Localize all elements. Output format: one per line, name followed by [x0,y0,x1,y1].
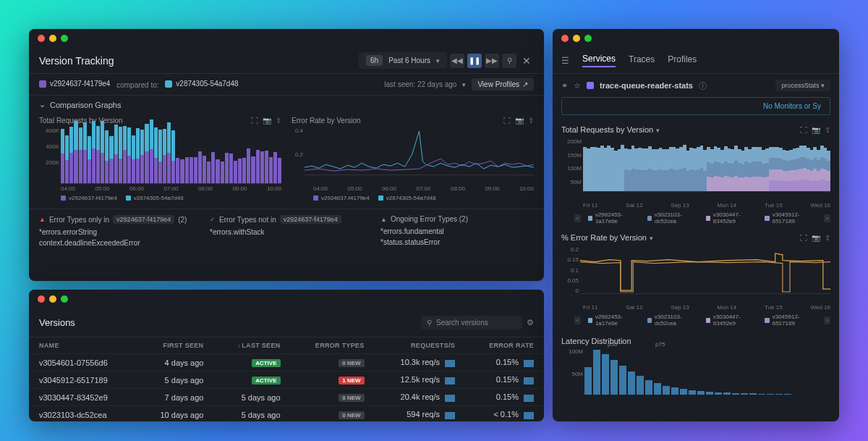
tab-profiles[interactable]: Profiles [668,54,697,67]
minimize-dot[interactable] [49,35,56,42]
y-axis: 100M50M [561,348,583,393]
camera-icon[interactable]: 📷 [515,117,524,125]
col-first-seen[interactable]: FIRST SEEN [137,337,214,354]
table-row[interactable]: v3054601-07556d64 days agoACTIVE0 NEW10.… [29,354,544,371]
last-seen-label: last seen: 22 days ago [384,80,456,88]
maximize-dot[interactable] [584,35,592,42]
alert-triangle-icon: ▲ [380,216,387,223]
chart-title: % Error Rate by Version [561,233,647,242]
rewind-button[interactable]: ◀◀ [450,54,464,68]
latency-histogram[interactable]: 100M50M p50 p75 [561,348,830,402]
line-chart[interactable]: 0.20.150.10.050 [561,246,830,303]
chart-title: Total Requests by Version [561,125,653,134]
link-icon[interactable]: ⚭ [561,81,568,91]
section-comparison-graphs[interactable]: ⌄ Comparison Graphs [29,95,544,114]
close-button[interactable]: ✕ [519,54,534,68]
expand-icon[interactable]: ⛶ [800,126,807,134]
chart-title: Error Rate by Version [292,117,361,125]
star-icon[interactable]: ☆ [574,81,581,91]
version-chip-secondary[interactable]: v2874305-54a7d48 [165,80,238,88]
chart-title: Total Requests by Version [39,117,123,125]
time-label: Past 6 Hours [388,56,430,64]
next-button[interactable]: › [824,214,830,222]
toolbar: 6h Past 6 Hours ▾ ◀◀ ❚❚ ▶▶ ⚲ ✕ [359,52,534,69]
camera-icon[interactable]: 📷 [263,117,271,125]
view-profiles-button[interactable]: View Profiles ↗ [472,78,534,91]
color-swatch [39,80,46,88]
tab-traces[interactable]: Traces [629,54,655,67]
service-name[interactable]: trace-queue-reader-stats [600,81,693,90]
x-axis: 04:0005:0006:0007:0008:0009:0010:00 [292,185,534,192]
info-icon[interactable]: i [699,82,707,90]
prev-button[interactable]: ‹ [574,316,581,324]
table-row[interactable]: v3023103-dc52cea10 days ago5 days ago0 N… [29,406,544,422]
camera-icon[interactable]: 📷 [812,234,820,242]
link-icon: ↗ [522,80,528,88]
col-requests[interactable]: REQUESTS/S [375,337,465,354]
error-types-row: ▲Error Types only in v2924637-f4179e4 (2… [29,209,544,256]
gear-icon[interactable]: ⚙ [527,318,534,327]
minimize-dot[interactable] [573,35,580,42]
camera-icon[interactable]: 📷 [812,126,820,134]
close-dot[interactable] [38,295,45,303]
color-swatch [165,80,172,88]
col-name[interactable]: NAME [29,337,137,354]
page-title: Versions [39,317,75,328]
titlebar [29,290,544,308]
tab-services[interactable]: Services [582,54,616,67]
col-error-types[interactable]: ERROR TYPES [291,337,375,354]
prev-button[interactable]: ‹ [574,214,581,222]
next-button[interactable]: › [824,316,830,324]
close-dot[interactable] [561,35,569,42]
version-chip-primary[interactable]: v2924637-f4179e4 [39,80,110,88]
pause-button[interactable]: ❚❚ [467,54,482,68]
minimize-dot[interactable] [49,295,56,303]
chevron-down-icon[interactable]: ▾ [462,81,466,88]
export-icon[interactable]: ⇪ [528,117,534,125]
col-last-seen[interactable]: ↓LAST SEEN [213,337,290,354]
version-tracking-window: Version Tracking 6h Past 6 Hours ▾ ◀◀ ❚❚… [29,29,544,281]
error-item[interactable]: *errors.errorString [39,228,192,236]
x-axis: Fri 11Sat 12Sep 13Mon 14Tue 15Wed 16 [561,304,830,311]
legend: v2924637-f4179e4v2874305-54a7d48 [292,195,534,201]
error-item[interactable]: context.deadlineExceededError [39,239,192,247]
error-item[interactable]: *status.statusError [380,238,534,246]
monitor-status-bar[interactable]: No Monitors or Sy [561,97,830,115]
time-range-selector[interactable]: 6h Past 6 Hours ▾ [359,52,447,69]
maximize-dot[interactable] [61,295,68,303]
error-col-only-in: ▲Error Types only in v2924637-f4179e4 (2… [39,215,192,250]
export-icon[interactable]: ⇪ [276,117,281,125]
x-axis: Fri 11Sat 12Sep 13Mon 14Tue 15Wed 16 [561,202,830,209]
expand-icon[interactable]: ⛶ [800,234,807,242]
p50-marker: p50 [608,341,617,348]
forward-button[interactable]: ▶▶ [485,54,499,68]
table-row[interactable]: v3030447-83452e97 days ago5 days ago0 NE… [29,389,544,406]
legend: ‹ v2982453-1a17e6ev3023103-dc52ceav30304… [561,211,830,224]
search-placeholder: Search versions [436,319,488,327]
maximize-dot[interactable] [61,35,68,42]
chevron-down-icon[interactable]: ▾ [656,127,660,134]
export-icon[interactable]: ⇪ [825,234,830,242]
search-icon: ⚲ [427,319,432,327]
search-input[interactable]: ⚲ Search versions [421,316,522,329]
export-icon[interactable]: ⇪ [825,126,830,134]
stacked-bar-chart[interactable]: 200M150M100M50M [561,138,830,201]
y-axis: 200M150M100M50M [561,138,582,192]
compare-bar: v2924637-f4179e4 compared to: v2874305-5… [29,73,544,95]
bar-chart[interactable]: 600K400K200K [39,127,281,184]
error-item[interactable]: *errors.fundamental [380,227,534,235]
process-selector[interactable]: processStats ▾ [775,80,830,91]
expand-icon[interactable]: ⛶ [503,117,511,125]
table-row[interactable]: v3045912-65171895 days agoACTIVE1 NEW12.… [29,371,544,389]
search-button[interactable]: ⚲ [502,54,516,68]
titlebar [553,29,839,48]
error-item[interactable]: *errors.withStack [210,228,363,236]
expand-icon[interactable]: ⛶ [251,117,258,125]
line-chart[interactable]: 0.40.2 [292,127,534,184]
close-dot[interactable] [38,35,45,42]
col-error-rate[interactable]: ERROR RATE [465,337,544,354]
chevron-down-icon[interactable]: ▾ [650,235,653,242]
chart-error-rate: % Error Rate by Version▾ ⛶ 📷 ⇪ 0.20.150.… [553,229,839,331]
sort-down-icon: ↓ [237,343,240,349]
filter-icon[interactable]: ☰ [561,56,569,66]
